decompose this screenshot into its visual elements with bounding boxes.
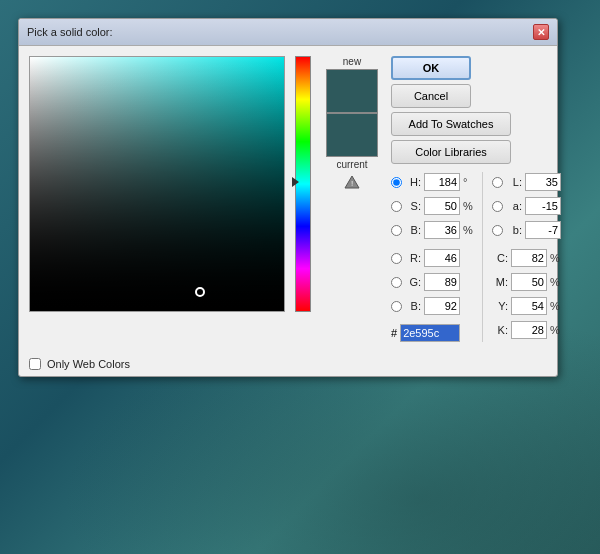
dialog-body: new current ! OK Cancel Add To Swatches … — [19, 46, 557, 352]
g-radio[interactable] — [391, 277, 402, 288]
k-input[interactable] — [511, 321, 547, 339]
s-input[interactable] — [424, 197, 460, 215]
left-field-col: H: ° S: % B: % — [391, 172, 473, 342]
b-label: B: — [405, 224, 421, 236]
color-picker-dialog: Pick a solid color: ✕ new current — [18, 18, 558, 377]
h-label: H: — [405, 176, 421, 188]
current-color-label: current — [336, 159, 367, 170]
y-field-row: Y: % — [492, 296, 561, 316]
top-buttons: OK Cancel Add To Swatches Color Librarie… — [391, 56, 561, 164]
current-color-swatch — [326, 113, 378, 157]
y-input[interactable] — [511, 297, 547, 315]
right-panel: OK Cancel Add To Swatches Color Librarie… — [391, 56, 561, 342]
s-unit: % — [463, 200, 473, 212]
g-input[interactable] — [424, 273, 460, 291]
l-label: L: — [506, 176, 522, 188]
c-label: C: — [492, 252, 508, 264]
h-radio[interactable] — [391, 177, 402, 188]
b-input[interactable] — [424, 221, 460, 239]
h-unit: ° — [463, 176, 473, 188]
k-unit: % — [550, 324, 560, 336]
close-button[interactable]: ✕ — [533, 24, 549, 40]
only-web-colors-label: Only Web Colors — [47, 358, 130, 370]
right-field-col: L: a: b: C: — [492, 172, 561, 342]
a-radio[interactable] — [492, 201, 503, 212]
hue-slider-wrap — [293, 56, 313, 342]
s-radio[interactable] — [391, 201, 402, 212]
title-bar: Pick a solid color: ✕ — [19, 19, 557, 46]
new-color-swatch — [326, 69, 378, 113]
m-label: M: — [492, 276, 508, 288]
fields-section: H: ° S: % B: % — [391, 172, 561, 342]
r-radio[interactable] — [391, 253, 402, 264]
a-field-row: a: — [492, 196, 561, 216]
hue-arrow — [292, 177, 299, 187]
hex-row: # — [391, 324, 473, 342]
svg-text:!: ! — [351, 179, 353, 188]
a-label: a: — [506, 200, 522, 212]
y-label: Y: — [492, 300, 508, 312]
bottom-bar: Only Web Colors — [19, 352, 557, 376]
b2-label: B: — [405, 300, 421, 312]
l-input[interactable] — [525, 173, 561, 191]
k-label: K: — [492, 324, 508, 336]
hex-hash: # — [391, 327, 397, 339]
b3-radio[interactable] — [492, 225, 503, 236]
b2-field-row: B: — [391, 296, 473, 316]
m-unit: % — [550, 276, 560, 288]
add-to-swatches-button[interactable]: Add To Swatches — [391, 112, 511, 136]
k-field-row: K: % — [492, 320, 561, 340]
b-radio[interactable] — [391, 225, 402, 236]
dialog-title: Pick a solid color: — [27, 26, 113, 38]
c-unit: % — [550, 252, 560, 264]
b-unit: % — [463, 224, 473, 236]
c-field-row: C: % — [492, 248, 561, 268]
s-label: S: — [405, 200, 421, 212]
vertical-separator — [482, 172, 483, 342]
cancel-button[interactable]: Cancel — [391, 84, 471, 108]
s-field-row: S: % — [391, 196, 473, 216]
b-field-row: B: % — [391, 220, 473, 240]
a-input[interactable] — [525, 197, 561, 215]
only-web-colors-checkbox[interactable] — [29, 358, 41, 370]
b3-field-row: b: — [492, 220, 561, 240]
hue-slider[interactable] — [295, 56, 311, 312]
color-preview-wrap: new current ! — [321, 56, 383, 342]
r-input[interactable] — [424, 249, 460, 267]
m-input[interactable] — [511, 273, 547, 291]
m-field-row: M: % — [492, 272, 561, 292]
b3-label: b: — [506, 224, 522, 236]
l-radio[interactable] — [492, 177, 503, 188]
c-input[interactable] — [511, 249, 547, 267]
hex-input[interactable] — [400, 324, 460, 342]
color-field-wrap — [29, 56, 285, 312]
l-field-row: L: — [492, 172, 561, 192]
r-field-row: R: — [391, 248, 473, 268]
color-field[interactable] — [29, 56, 285, 312]
h-input[interactable] — [424, 173, 460, 191]
gamut-warning-icon[interactable]: ! — [344, 174, 360, 190]
b3-input[interactable] — [525, 221, 561, 239]
g-label: G: — [405, 276, 421, 288]
color-libraries-button[interactable]: Color Libraries — [391, 140, 511, 164]
new-color-label: new — [343, 56, 361, 67]
r-label: R: — [405, 252, 421, 264]
b2-radio[interactable] — [391, 301, 402, 312]
y-unit: % — [550, 300, 560, 312]
b2-input[interactable] — [424, 297, 460, 315]
ok-button[interactable]: OK — [391, 56, 471, 80]
h-field-row: H: ° — [391, 172, 473, 192]
g-field-row: G: — [391, 272, 473, 292]
